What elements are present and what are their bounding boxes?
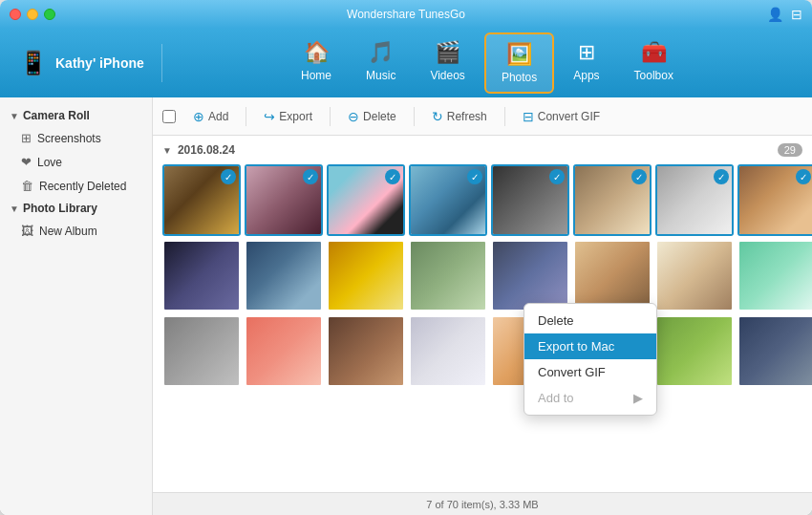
close-button[interactable]: [10, 9, 21, 20]
status-bar: 7 of 70 item(s), 3.33 MB: [153, 492, 812, 515]
export-icon: ↪: [264, 109, 275, 124]
photo-thumb[interactable]: ✓: [655, 164, 734, 236]
new-album-label: New Album: [39, 225, 97, 238]
sidebar-item-love[interactable]: ❤ Love: [0, 150, 152, 174]
photo-thumb[interactable]: [737, 240, 812, 311]
nav-label-music: Music: [366, 69, 395, 82]
delete-button[interactable]: ⊖ Delete: [342, 106, 402, 127]
photo-thumb[interactable]: [409, 240, 487, 311]
photo-thumb[interactable]: [737, 315, 812, 387]
sidebar-section-photo-library[interactable]: ▼ Photo Library: [0, 198, 152, 219]
photo-thumb[interactable]: [327, 240, 405, 311]
divider-4: [504, 107, 505, 126]
export-button[interactable]: ↪ Export: [258, 106, 318, 127]
sidebar-item-screenshots[interactable]: ⊞ Screenshots: [0, 126, 152, 150]
refresh-button[interactable]: ↻ Refresh: [426, 106, 493, 127]
photo-thumb[interactable]: ✓: [409, 164, 487, 236]
user-icon[interactable]: 👤: [767, 7, 783, 22]
check-badge: ✓: [467, 169, 482, 184]
context-menu-delete[interactable]: Delete: [524, 308, 656, 333]
convert-gif-button[interactable]: ⊟ Convert GIF: [517, 106, 606, 127]
nav-label-videos: Videos: [430, 69, 464, 82]
divider-2: [330, 107, 331, 126]
photo-thumb[interactable]: [409, 315, 487, 387]
nav-item-apps[interactable]: ⊞ Apps: [558, 32, 614, 94]
nav-item-toolbox[interactable]: 🧰 Toolbox: [619, 32, 689, 94]
nav-label-home: Home: [301, 69, 331, 82]
check-badge: ✓: [631, 169, 647, 184]
check-badge: ✓: [303, 169, 318, 184]
app-title: Wondershare TunesGo: [347, 8, 465, 21]
export-label: Export: [279, 110, 312, 123]
photo-thumb[interactable]: [245, 240, 323, 311]
context-menu-export[interactable]: Export to Mac: [524, 333, 656, 359]
context-menu-add-to-label: Add to: [538, 391, 574, 405]
photos-area[interactable]: ▼ 2016.08.24 29 ✓ ✓: [153, 136, 812, 492]
toolbar: ⊕ Add ↪ Export ⊖ Delete ↻ Refresh: [153, 97, 812, 136]
convert-gif-label: Convert GIF: [538, 110, 600, 123]
nav-label-apps: Apps: [573, 69, 599, 82]
photo-thumb[interactable]: ✓: [245, 164, 323, 236]
nav-item-music[interactable]: 🎵 Music: [351, 32, 411, 94]
delete-icon: ⊖: [348, 109, 359, 124]
device-info: 📱 Kathy' iPhone: [10, 44, 162, 82]
maximize-button[interactable]: [44, 9, 55, 20]
context-menu-add-to: Add to ▶: [524, 385, 656, 411]
photo-thumb[interactable]: [245, 315, 323, 387]
photo-thumb[interactable]: ✓: [573, 164, 652, 236]
nav-item-home[interactable]: 🏠 Home: [286, 32, 347, 94]
layout-icon[interactable]: ⊟: [791, 7, 802, 22]
photo-library-label: Photo Library: [23, 202, 97, 215]
photo-thumb[interactable]: [327, 315, 405, 387]
photo-thumb[interactable]: [655, 315, 734, 387]
check-badge: ✓: [714, 169, 729, 184]
love-label: Love: [37, 156, 62, 169]
photos-icon: 🖼️: [506, 42, 532, 67]
sidebar-item-new-album[interactable]: 🖼 New Album: [0, 219, 152, 243]
photo-thumb[interactable]: [491, 240, 569, 311]
main-content: ▼ Camera Roll ⊞ Screenshots ❤ Love 🗑 Rec…: [0, 97, 812, 515]
trash-icon: 🗑: [21, 179, 33, 193]
app-window: Wondershare TunesGo 👤 ⊟ 📱 Kathy' iPhone …: [0, 0, 812, 515]
nav-bar: 📱 Kathy' iPhone 🏠 Home 🎵 Music 🎬 Videos …: [0, 29, 812, 97]
select-all-checkbox[interactable]: [162, 110, 176, 123]
add-label: Add: [208, 110, 228, 123]
screenshots-icon: ⊞: [21, 131, 32, 145]
photo-grid: ✓ ✓ ✓ ✓ ✓: [162, 164, 802, 387]
content-panel: ⊕ Add ↪ Export ⊖ Delete ↻ Refresh: [153, 97, 812, 515]
context-menu-export-label: Export to Mac: [538, 339, 614, 354]
divider-1: [246, 107, 246, 126]
toolbox-icon: 🧰: [641, 40, 667, 65]
divider-3: [414, 107, 415, 126]
nav-label-toolbox: Toolbox: [634, 69, 673, 82]
refresh-label: Refresh: [447, 110, 487, 123]
photo-thumb[interactable]: ✓: [491, 164, 569, 236]
photo-thumb[interactable]: [162, 315, 241, 387]
music-icon: 🎵: [368, 40, 394, 65]
gif-icon: ⊟: [523, 109, 534, 124]
device-name: Kathy' iPhone: [55, 55, 144, 71]
date-label: 2016.08.24: [178, 143, 235, 157]
screenshots-label: Screenshots: [37, 132, 101, 145]
traffic-lights: [10, 9, 55, 20]
apps-icon: ⊞: [578, 40, 595, 65]
add-button[interactable]: ⊕ Add: [187, 106, 234, 127]
sidebar-item-recently-deleted[interactable]: 🗑 Recently Deleted: [0, 174, 152, 198]
nav-item-photos[interactable]: 🖼️ Photos: [484, 32, 554, 94]
delete-label: Delete: [363, 110, 396, 123]
photo-thumb[interactable]: [655, 240, 734, 311]
photo-thumb[interactable]: [162, 240, 241, 311]
minimize-button[interactable]: [27, 9, 38, 20]
photo-thumb[interactable]: ✓: [327, 164, 405, 236]
context-menu-convert-gif[interactable]: Convert GIF: [524, 359, 656, 385]
photo-library-arrow: ▼: [10, 204, 19, 214]
nav-item-videos[interactable]: 🎬 Videos: [415, 32, 480, 94]
check-badge: ✓: [221, 169, 236, 184]
sidebar: ▼ Camera Roll ⊞ Screenshots ❤ Love 🗑 Rec…: [0, 97, 153, 515]
photo-thumb[interactable]: [573, 240, 652, 311]
photo-thumb[interactable]: ✓: [737, 164, 812, 236]
sidebar-section-camera-roll[interactable]: ▼ Camera Roll: [0, 105, 152, 126]
photo-thumb[interactable]: ✓: [162, 164, 241, 236]
photo-count: 29: [778, 143, 802, 157]
date-arrow[interactable]: ▼: [162, 145, 172, 156]
